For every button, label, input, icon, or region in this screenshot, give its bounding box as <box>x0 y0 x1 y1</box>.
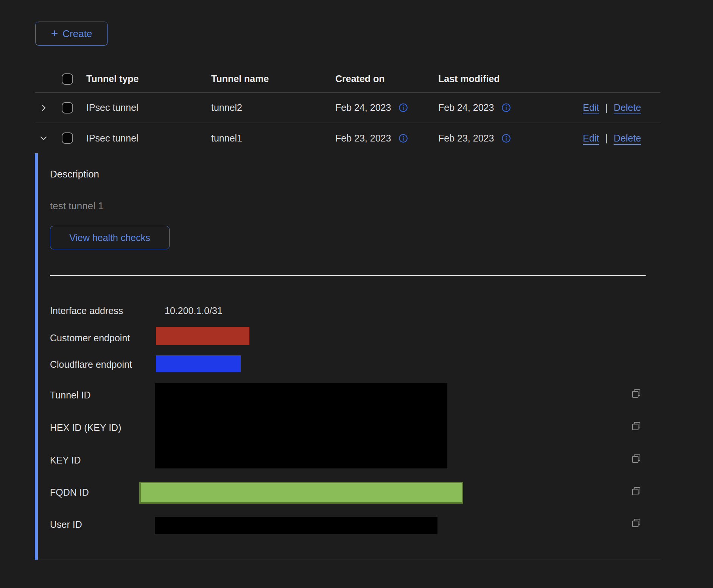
info-icon[interactable] <box>399 103 408 112</box>
delete-link[interactable]: Delete <box>614 102 641 113</box>
last-modified-cell: Feb 24, 2023 <box>438 102 494 113</box>
ids-redacted-value <box>155 383 447 468</box>
copy-icon <box>631 421 641 431</box>
fqdn-id-label: FQDN ID <box>50 487 89 498</box>
header-created-on: Created on <box>335 73 438 84</box>
view-health-checks-button[interactable]: View health checks <box>50 226 170 249</box>
customer-endpoint-redacted-value <box>156 327 249 345</box>
create-button-label: Create <box>62 28 92 40</box>
table-row: IPsec tunnel tunnel2 Feb 24, 2023 Feb 24… <box>35 93 660 123</box>
expanded-accent-bar <box>35 153 38 560</box>
description-value: test tunnel 1 <box>50 200 104 212</box>
table-header-row: Tunnel type Tunnel name Created on Last … <box>35 65 660 93</box>
chevron-down-icon <box>39 134 48 143</box>
tunnel-name-cell: tunnel2 <box>211 102 335 113</box>
copy-tunnel-id-button[interactable] <box>631 388 641 399</box>
user-id-label: User ID <box>50 519 82 530</box>
collapse-row-button[interactable] <box>35 134 62 143</box>
header-last-modified: Last modified <box>438 73 583 84</box>
tunnels-page: + Create Tunnel type Tunnel name Created… <box>0 0 713 588</box>
copy-user-id-button[interactable] <box>631 518 641 528</box>
action-separator: | <box>605 102 608 113</box>
header-tunnel-type: Tunnel type <box>86 73 211 84</box>
row-checkbox[interactable] <box>62 132 73 144</box>
action-separator: | <box>605 133 608 144</box>
chevron-right-icon <box>39 103 48 112</box>
tunnel-name-cell: tunnel1 <box>211 133 335 144</box>
interface-address-label: Interface address <box>50 305 123 316</box>
section-divider <box>50 275 646 276</box>
tunnel-type-cell: IPsec tunnel <box>86 102 211 113</box>
plus-icon: + <box>51 27 58 39</box>
view-health-checks-label: View health checks <box>69 232 150 243</box>
edit-link[interactable]: Edit <box>583 102 599 113</box>
info-icon[interactable] <box>501 103 511 112</box>
copy-icon <box>631 486 641 496</box>
info-icon[interactable] <box>501 134 511 143</box>
select-all-checkbox[interactable] <box>62 73 73 85</box>
row-checkbox[interactable] <box>62 102 73 114</box>
expand-row-button[interactable] <box>35 103 62 112</box>
info-icon[interactable] <box>399 134 408 143</box>
user-id-redacted-value <box>155 517 437 534</box>
copy-fqdn-id-button[interactable] <box>631 486 641 496</box>
hex-id-label: HEX ID (KEY ID) <box>50 422 121 433</box>
key-id-label: KEY ID <box>50 454 81 466</box>
fqdn-id-redacted-value <box>139 482 463 504</box>
delete-link[interactable]: Delete <box>614 133 641 144</box>
tunnel-id-label: Tunnel ID <box>50 389 90 401</box>
copy-icon <box>631 388 641 399</box>
copy-icon <box>631 518 641 528</box>
interface-address-value: 10.200.1.0/31 <box>165 305 223 316</box>
last-modified-cell: Feb 23, 2023 <box>438 133 494 144</box>
table-row: IPsec tunnel tunnel1 Feb 23, 2023 Feb 23… <box>35 123 660 153</box>
tunnel-detail-panel: Description test tunnel 1 View health ch… <box>35 153 660 560</box>
tunnel-type-cell: IPsec tunnel <box>86 133 211 144</box>
copy-key-id-button[interactable] <box>631 453 641 464</box>
header-tunnel-name: Tunnel name <box>211 73 335 84</box>
tunnels-table: Tunnel type Tunnel name Created on Last … <box>35 65 660 153</box>
cloudflare-endpoint-redacted-value <box>156 355 241 372</box>
copy-hex-id-button[interactable] <box>631 421 641 431</box>
created-on-cell: Feb 24, 2023 <box>335 102 391 113</box>
description-label: Description <box>50 168 99 180</box>
copy-icon <box>631 453 641 464</box>
customer-endpoint-label: Customer endpoint <box>50 332 130 344</box>
cloudflare-endpoint-label: Cloudflare endpoint <box>50 359 132 370</box>
created-on-cell: Feb 23, 2023 <box>335 133 391 144</box>
create-button[interactable]: + Create <box>35 22 108 46</box>
edit-link[interactable]: Edit <box>583 133 599 144</box>
